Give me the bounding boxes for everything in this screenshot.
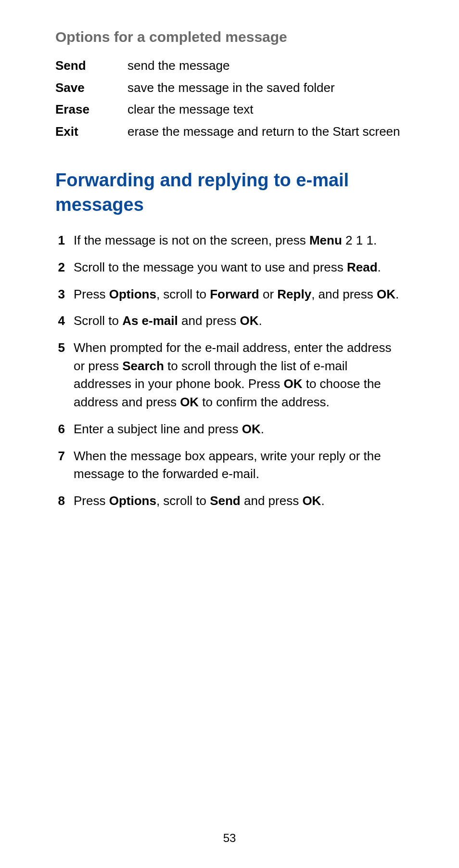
body-text: to confirm the address. (199, 395, 330, 409)
body-text: Enter a subject line and press (74, 422, 242, 436)
step-item: 8Press Options, scroll to Send and press… (55, 492, 404, 510)
body-text: . (258, 313, 262, 328)
body-text: or (259, 287, 278, 301)
option-row: Sendsend the message (55, 57, 404, 75)
body-text: . (378, 260, 381, 274)
bold-text: Menu (309, 233, 342, 247)
body-text: . (261, 422, 264, 436)
body-text: , scroll to (156, 287, 210, 301)
body-text: Press (74, 493, 109, 508)
body-text: . (395, 287, 399, 301)
step-item: 5When prompted for the e-mail address, e… (55, 339, 404, 412)
bold-text: Forward (210, 287, 259, 301)
step-text: Press Options, scroll to Send and press … (74, 492, 404, 510)
body-text: , and press (311, 287, 377, 301)
body-text: If the message is not on the screen, pre… (74, 233, 309, 247)
bold-text: Reply (277, 287, 311, 301)
step-item: 1If the message is not on the screen, pr… (55, 232, 404, 250)
body-text: 2 1 1. (342, 233, 377, 247)
body-text: When the message box appears, write your… (74, 449, 381, 481)
body-text: , scroll to (156, 493, 210, 508)
step-text: When the message box appears, write your… (74, 447, 404, 483)
option-row: Eraseclear the message text (55, 101, 404, 119)
step-text: When prompted for the e-mail address, en… (74, 339, 404, 412)
step-text: If the message is not on the screen, pre… (74, 232, 404, 250)
bold-text: As e-mail (122, 313, 178, 328)
step-item: 4Scroll to As e-mail and press OK. (55, 312, 404, 330)
bold-text: OK (283, 376, 302, 391)
option-label: Send (55, 57, 128, 75)
step-number: 2 (55, 259, 74, 277)
option-description: erase the message and return to the Star… (128, 123, 404, 141)
option-label: Exit (55, 123, 128, 141)
step-number: 6 (55, 420, 74, 439)
step-number: 5 (55, 339, 74, 412)
bold-text: OK (180, 395, 199, 409)
step-item: 7When the message box appears, write you… (55, 447, 404, 483)
option-description: send the message (128, 57, 404, 75)
option-label: Erase (55, 101, 128, 119)
step-number: 3 (55, 285, 74, 304)
bold-text: OK (242, 422, 261, 436)
bold-text: OK (302, 493, 321, 508)
bold-text: OK (240, 313, 258, 328)
options-table: Sendsend the messageSavesave the message… (55, 57, 404, 141)
body-text: . (321, 493, 324, 508)
bold-text: Options (109, 287, 156, 301)
bold-text: Send (210, 493, 241, 508)
body-text: and press (178, 313, 240, 328)
main-heading: Forwarding and replying to e-mail messag… (55, 168, 404, 218)
body-text: Press (74, 287, 109, 301)
step-text: Press Options, scroll to Forward or Repl… (74, 285, 404, 304)
bold-text: Options (109, 493, 156, 508)
body-text: Scroll to the message you want to use an… (74, 260, 347, 274)
option-row: Savesave the message in the saved folder (55, 79, 404, 97)
steps-list: 1If the message is not on the screen, pr… (55, 232, 404, 510)
option-row: Exiterase the message and return to the … (55, 123, 404, 141)
option-description: clear the message text (128, 101, 404, 119)
step-text: Scroll to As e-mail and press OK. (74, 312, 404, 330)
page-number: 53 (0, 831, 459, 845)
step-text: Enter a subject line and press OK. (74, 420, 404, 439)
body-text: and press (241, 493, 303, 508)
body-text: Scroll to (74, 313, 122, 328)
step-item: 6Enter a subject line and press OK. (55, 420, 404, 439)
step-number: 4 (55, 312, 74, 330)
step-number: 7 (55, 447, 74, 483)
step-text: Scroll to the message you want to use an… (74, 259, 404, 277)
bold-text: OK (377, 287, 395, 301)
step-number: 8 (55, 492, 74, 510)
section-title: Options for a completed message (55, 29, 404, 45)
step-item: 2Scroll to the message you want to use a… (55, 259, 404, 277)
option-description: save the message in the saved folder (128, 79, 404, 97)
bold-text: Read (347, 260, 378, 274)
option-label: Save (55, 79, 128, 97)
step-item: 3Press Options, scroll to Forward or Rep… (55, 285, 404, 304)
step-number: 1 (55, 232, 74, 250)
bold-text: Search (122, 359, 164, 373)
